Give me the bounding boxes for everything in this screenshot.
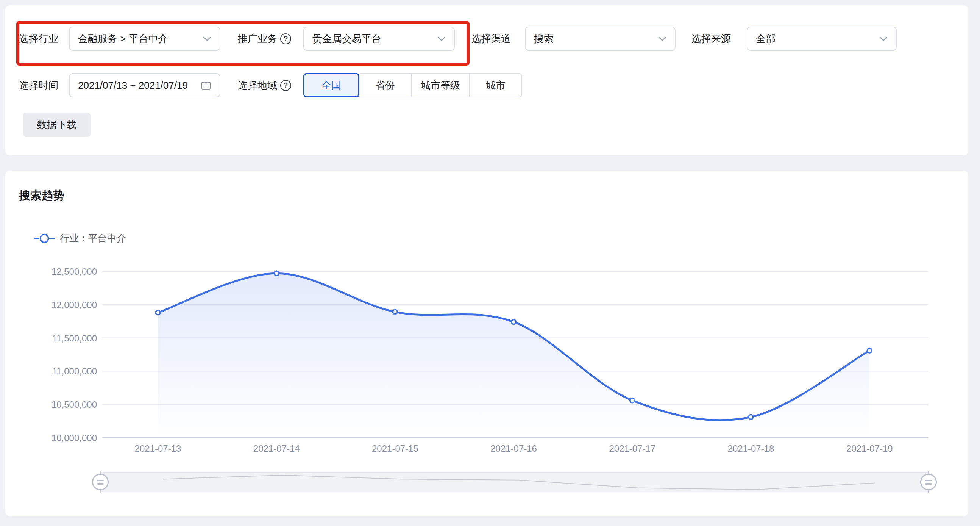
source-label: 选择来源 (692, 32, 741, 45)
legend-label: 行业：平台中介 (60, 232, 126, 244)
svg-text:11,000,000: 11,000,000 (52, 366, 97, 376)
region-tab-city-tier[interactable]: 城市等级 (411, 73, 470, 97)
business-select[interactable]: 贵金属交易平台 (303, 27, 455, 51)
source-select[interactable]: 全部 (747, 27, 897, 51)
handle-grip-line (925, 480, 932, 481)
channel-label: 选择渠道 (471, 32, 522, 45)
svg-text:2021-07-14: 2021-07-14 (253, 443, 300, 454)
svg-text:2021-07-17: 2021-07-17 (609, 443, 655, 454)
trend-chart-panel: 搜索趋势 行业：平台中介 10,000,00010,500,00011,000,… (5, 171, 968, 516)
svg-text:12,500,000: 12,500,000 (51, 266, 97, 277)
handle-grip-line (97, 483, 104, 485)
business-label: 推广业务 (238, 32, 277, 45)
svg-text:12,000,000: 12,000,000 (51, 300, 97, 310)
chevron-down-icon (658, 37, 667, 41)
handle-grip-line (925, 483, 932, 485)
channel-select[interactable]: 搜索 (525, 27, 676, 51)
date-range-value: 2021/07/13 ~ 2021/07/19 (78, 80, 188, 91)
region-label-group: 选择地域 ? (238, 79, 302, 92)
chevron-down-icon (438, 37, 446, 41)
zoom-handle-left[interactable] (92, 474, 109, 490)
calendar-icon (201, 80, 211, 91)
filter-panel: 选择行业 金融服务 > 平台中介 推广业务 ? 贵金属交易平台 选择渠道 搜索 (5, 5, 968, 155)
chevron-down-icon (203, 37, 211, 41)
slider-profile (163, 475, 875, 489)
chart-legend[interactable]: 行业：平台中介 (33, 232, 126, 244)
filter-row-2: 选择时间 2021/07/13 ~ 2021/07/19 选择地域 ? 全国 省… (19, 73, 522, 97)
svg-text:10,000,000: 10,000,000 (51, 433, 97, 443)
svg-text:10,500,000: 10,500,000 (51, 399, 97, 410)
region-tab-national[interactable]: 全国 (303, 73, 360, 97)
slider-preview (101, 473, 928, 491)
svg-text:11,500,000: 11,500,000 (52, 333, 97, 343)
channel-select-value: 搜索 (534, 32, 554, 45)
handle-grip-line (97, 480, 104, 481)
dashboard: 选择行业 金融服务 > 平台中介 推广业务 ? 贵金属交易平台 选择渠道 搜索 (0, 0, 980, 526)
svg-text:2021-07-18: 2021-07-18 (728, 443, 775, 454)
help-icon[interactable]: ? (280, 80, 291, 91)
region-label: 选择地域 (238, 79, 277, 92)
svg-text:2021-07-13: 2021-07-13 (135, 443, 181, 454)
region-tabs: 全国 省份 城市等级 城市 (303, 73, 522, 97)
time-label: 选择时间 (19, 79, 69, 92)
x-axis-labels: 2021-07-132021-07-142021-07-152021-07-16… (135, 443, 893, 454)
region-tab-city[interactable]: 城市 (469, 73, 522, 97)
business-select-value: 贵金属交易平台 (312, 32, 381, 45)
zoom-handle-right[interactable] (920, 474, 937, 490)
date-range-input[interactable]: 2021/07/13 ~ 2021/07/19 (69, 73, 220, 97)
y-axis-labels: 10,000,00010,500,00011,000,00011,500,000… (51, 266, 97, 443)
data-download-button[interactable]: 数据下载 (23, 113, 91, 137)
chevron-down-icon (879, 37, 888, 41)
industry-label: 选择行业 (19, 32, 69, 45)
industry-select[interactable]: 金融服务 > 平台中介 (69, 27, 220, 51)
region-tab-province[interactable]: 省份 (359, 73, 412, 97)
chart-title: 搜索趋势 (19, 188, 64, 204)
help-icon[interactable]: ? (280, 33, 291, 44)
business-label-group: 推广业务 ? (238, 32, 302, 45)
source-select-value: 全部 (756, 32, 776, 45)
line-series-legend-icon (33, 233, 55, 244)
svg-text:2021-07-15: 2021-07-15 (372, 443, 418, 454)
filter-row-1: 选择行业 金融服务 > 平台中介 推广业务 ? 贵金属交易平台 选择渠道 搜索 (19, 27, 897, 51)
trend-chart-svg: 10,000,00010,500,00011,000,00011,500,000… (5, 258, 968, 462)
industry-select-value: 金融服务 > 平台中介 (78, 32, 168, 45)
svg-text:2021-07-19: 2021-07-19 (846, 443, 893, 454)
svg-text:2021-07-16: 2021-07-16 (490, 443, 537, 454)
data-zoom-slider[interactable] (100, 472, 929, 492)
